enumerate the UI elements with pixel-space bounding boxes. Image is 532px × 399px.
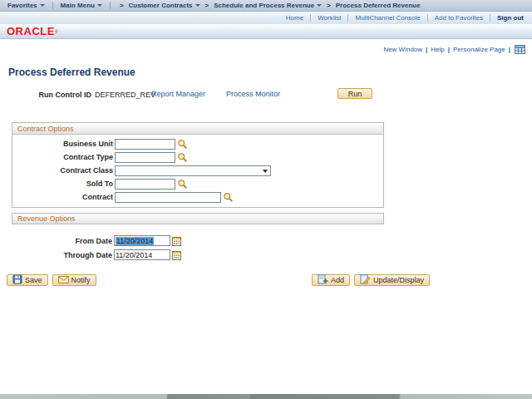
contract-type-lookup-icon[interactable] xyxy=(177,152,188,163)
breadcrumb-chevron xyxy=(120,2,124,9)
revenue-options-fields: From Date 11/20/2014 Through Date 11/20/… xyxy=(7,234,525,262)
breadcrumb-main-menu[interactable]: Main Menu xyxy=(59,2,104,9)
breadcrumb-label: Favorites xyxy=(7,2,37,9)
contract-type-input[interactable] xyxy=(115,152,175,163)
portal-header-links: Home Worklist MultiChannel Console Add t… xyxy=(0,12,532,24)
contract-options-header: Contract Options xyxy=(12,123,383,135)
process-monitor-link[interactable]: Process Monitor xyxy=(226,90,280,98)
oracle-logo: ORACLE xyxy=(7,25,55,37)
save-button[interactable]: Save xyxy=(7,274,48,286)
update-display-label: Update/Display xyxy=(373,276,424,284)
through-date-input[interactable]: 11/20/2014 xyxy=(114,249,170,260)
breadcrumb-favorites-menu[interactable]: Favorites xyxy=(6,2,47,9)
toolbar-left-group: Save Notify xyxy=(7,274,525,286)
separator xyxy=(448,46,450,53)
multichannel-console-link[interactable]: MultiChannel Console xyxy=(355,14,420,22)
sold-to-lookup-icon[interactable] xyxy=(177,179,188,190)
run-control-id-label: Run Control ID xyxy=(7,91,91,99)
breadcrumb-label: Schedule and Process Revenue xyxy=(214,2,314,9)
contract-type-label: Contract Type xyxy=(12,153,113,161)
report-manager-link[interactable]: Report Manager xyxy=(151,90,205,98)
contract-input[interactable] xyxy=(115,192,221,203)
window-bottom-strip xyxy=(0,394,532,399)
pencil-icon xyxy=(360,274,371,286)
separator xyxy=(490,14,490,22)
contract-type-row: Contract Type xyxy=(12,150,383,164)
from-date-input[interactable]: 11/20/2014 xyxy=(114,235,170,246)
page-toolbar: Save Notify xyxy=(7,274,525,288)
separator xyxy=(310,14,311,22)
contract-class-label: Contract Class xyxy=(12,166,113,175)
page-content: New Window Help Personalize Page Process… xyxy=(0,45,532,288)
run-control-row: Run Control ID DEFERRED_REV Report Manag… xyxy=(7,88,525,101)
breadcrumb-schedule-process-revenue[interactable]: Schedule and Process Revenue xyxy=(212,2,323,9)
business-unit-lookup-icon[interactable] xyxy=(177,139,188,150)
sign-out-link[interactable]: Sign out xyxy=(497,14,524,22)
notify-button[interactable]: Notify xyxy=(52,274,96,286)
from-date-value: 11/20/2014 xyxy=(116,237,154,245)
separator xyxy=(509,46,510,53)
toolbar-right-group: Add Update/Display xyxy=(312,274,430,286)
save-icon xyxy=(12,274,22,286)
notify-label: Notify xyxy=(71,276,91,284)
sold-to-input[interactable] xyxy=(115,179,175,190)
contract-class-row: Contract Class xyxy=(12,164,383,177)
breadcrumb-customer-contracts[interactable]: Customer Contracts xyxy=(127,2,202,9)
chevron-down-icon xyxy=(195,4,200,7)
chevron-down-icon xyxy=(317,4,322,7)
contract-label: Contract xyxy=(12,193,113,201)
breadcrumb-label: Customer Contracts xyxy=(129,2,193,9)
revenue-options-header: Revenue Options xyxy=(12,213,384,224)
breadcrumb-chevron xyxy=(327,2,331,9)
chevron-down-icon xyxy=(97,4,102,7)
copy-url-icon[interactable] xyxy=(514,45,525,54)
from-date-row: From Date 11/20/2014 xyxy=(7,234,525,248)
home-link[interactable]: Home xyxy=(286,14,303,22)
breadcrumb: Favorites Main Menu Customer Contracts S… xyxy=(0,0,532,12)
from-date-calendar-icon[interactable] xyxy=(172,236,181,246)
business-unit-label: Business Unit xyxy=(12,140,113,148)
save-label: Save xyxy=(25,276,42,284)
separator xyxy=(110,2,111,9)
separator xyxy=(426,46,427,53)
brand-band: ORACLE ® xyxy=(0,24,532,39)
new-window-link[interactable]: New Window xyxy=(383,46,422,53)
contract-options-groupbox: Contract Options Business Unit Contract … xyxy=(12,122,384,208)
breadcrumb-process-deferred-revenue[interactable]: Process Deferred Revenue xyxy=(334,2,422,9)
through-date-calendar-icon[interactable] xyxy=(172,250,181,260)
breadcrumb-label: Main Menu xyxy=(61,2,95,9)
separator xyxy=(52,2,53,9)
business-unit-input[interactable] xyxy=(115,139,175,150)
breadcrumb-chevron xyxy=(205,2,209,9)
update-display-button[interactable]: Update/Display xyxy=(354,274,430,286)
add-to-favorites-link[interactable]: Add to Favorites xyxy=(435,14,483,22)
envelope-icon xyxy=(58,275,69,286)
contract-lookup-icon[interactable] xyxy=(223,192,234,203)
chevron-down-icon xyxy=(40,4,45,7)
personalize-page-link[interactable]: Personalize Page xyxy=(453,46,505,53)
business-unit-row: Business Unit xyxy=(12,137,383,150)
contract-row: Contract xyxy=(12,190,383,204)
registered-mark: ® xyxy=(55,29,58,34)
separator xyxy=(427,14,428,22)
help-link[interactable]: Help xyxy=(431,46,444,53)
from-date-label: From Date xyxy=(7,237,112,245)
contract-class-select[interactable] xyxy=(115,165,271,176)
through-date-value: 11/20/2014 xyxy=(116,251,152,259)
page-title: Process Deferred Revenue xyxy=(8,66,525,78)
sold-to-label: Sold To xyxy=(12,180,113,188)
separator xyxy=(347,14,348,22)
add-label: Add xyxy=(331,276,344,284)
worklist-link[interactable]: Worklist xyxy=(318,14,341,22)
add-icon xyxy=(318,274,328,286)
utility-links: New Window Help Personalize Page xyxy=(7,45,525,54)
run-control-id-value: DEFERRED_REV xyxy=(95,91,155,99)
through-date-label: Through Date xyxy=(7,251,112,259)
contract-options-fields: Business Unit Contract Type xyxy=(12,135,383,207)
add-button[interactable]: Add xyxy=(312,274,350,286)
sold-to-row: Sold To xyxy=(12,177,383,190)
chevron-down-icon xyxy=(263,170,268,173)
run-button[interactable]: Run xyxy=(337,88,372,99)
breadcrumb-label: Process Deferred Revenue xyxy=(336,2,421,9)
through-date-row: Through Date 11/20/2014 xyxy=(7,248,525,262)
